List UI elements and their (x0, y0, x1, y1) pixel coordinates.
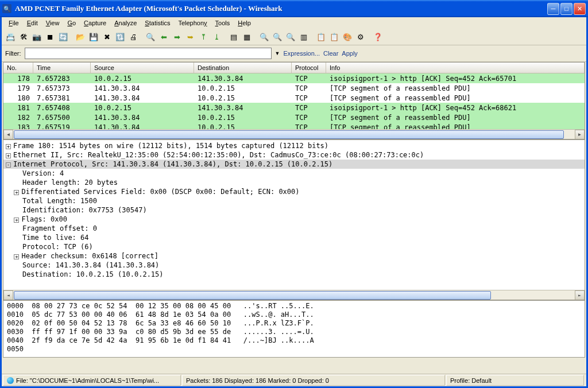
packet-row[interactable]: 1787.65728310.0.2.15141.30.3.84TCPisoips… (3, 73, 585, 83)
clear-button[interactable]: Clear (323, 50, 338, 57)
expression-button[interactable]: Expression... (283, 50, 320, 57)
detail-flags: Flags: 0x00 (21, 215, 67, 223)
packet-list-header: No. Time Source Destination Protocol Inf… (3, 63, 585, 73)
goto-first-icon[interactable]: ⤒ (197, 30, 210, 43)
packet-row[interactable]: 1817.65740810.0.2.15141.30.3.84TCPisoips… (3, 103, 585, 112)
col-time[interactable]: Time (33, 63, 91, 73)
zoom-in-icon[interactable]: 🔍 (258, 30, 270, 43)
coloring-rules-icon[interactable]: 🎨 (341, 30, 354, 43)
col-destination[interactable]: Destination (194, 63, 292, 73)
filter-bar: Filter: ▼ Expression... Clear Apply (2, 45, 586, 62)
back-icon[interactable]: ⬅ (157, 30, 170, 43)
detail-frame: Frame 180: 1514 bytes on wire (12112 bit… (13, 142, 328, 150)
prefs-icon[interactable]: ⚙ (354, 30, 367, 43)
packet-list-pane: No. Time Source Destination Protocol Inf… (3, 62, 585, 139)
maximize-button[interactable]: □ (560, 3, 572, 15)
start-capture-icon[interactable]: 📷 (30, 30, 43, 43)
menu-telephony[interactable]: Telephony (175, 18, 210, 28)
packet-row[interactable]: 1827.657500141.30.3.8410.0.2.15TCP[TCP s… (3, 112, 585, 122)
scroll-right-icon[interactable]: ► (575, 290, 585, 300)
col-no[interactable]: No. (3, 63, 33, 73)
hex-line: 0050 (7, 345, 581, 354)
window-title: AMD PCNET Family Ethernet Adapter (Micro… (15, 4, 547, 13)
status-icon (7, 377, 14, 384)
display-filters-icon[interactable]: 📋 (328, 30, 341, 43)
goto-icon[interactable]: ➥ (184, 30, 196, 43)
hex-line: 0000 08 00 27 73 ce 0c 52 54 00 12 35 00… (7, 302, 581, 311)
detail-src: Source: 141.30.3.84 (141.30.3.84) (22, 261, 159, 269)
apply-button[interactable]: Apply (342, 50, 358, 57)
expander-icon[interactable]: + (6, 153, 11, 158)
goto-last-icon[interactable]: ⤓ (210, 30, 223, 43)
detail-ip: Internet Protocol, Src: 141.30.3.84 (141… (13, 160, 332, 168)
packet-row[interactable]: 1797.657373141.30.3.8410.0.2.15TCP[TCP s… (3, 83, 585, 93)
zoom-out-icon[interactable]: 🔍 (271, 30, 284, 43)
help-icon[interactable]: ❓ (372, 30, 384, 43)
packet-bytes-pane[interactable]: 0000 08 00 27 73 ce 0c 52 54 00 12 35 00… (3, 300, 585, 358)
detail-ident: Identification: 0x7753 (30547) (22, 206, 147, 214)
detail-ttl: Time to live: 64 (22, 234, 89, 242)
packet-row[interactable]: 1837.657519141.30.3.8410.0.2.15TCP[TCP s… (3, 122, 585, 129)
status-profile: Profile: Default (446, 375, 584, 386)
save-icon[interactable]: 💾 (87, 30, 100, 43)
detail-dst: Destination: 10.0.2.15 (10.0.2.15) (22, 270, 164, 278)
filter-input[interactable] (25, 48, 272, 59)
open-icon[interactable]: 📂 (74, 30, 87, 43)
menu-capture[interactable]: Capture (80, 18, 110, 28)
toolbar: 📇 🛠 📷 ⏹ 🔄 📂 💾 ✖ 🔃 🖨 🔍 ⬅ ➡ ➥ ⤒ ⤓ ▤ ▦ 🔍 🔍 … (2, 29, 586, 45)
autoscroll-icon[interactable]: ▦ (241, 30, 253, 43)
packet-row[interactable]: 1807.657381141.30.3.8410.0.2.15TCP[TCP s… (3, 93, 585, 103)
menu-help[interactable]: Help (234, 18, 254, 28)
details-scrollbar[interactable]: ◄ ► (3, 290, 585, 300)
menu-view[interactable]: View (42, 18, 63, 28)
filter-label: Filter: (5, 50, 21, 57)
packet-details-pane[interactable]: +Frame 180: 1514 bytes on wire (12112 bi… (3, 139, 585, 300)
hex-line: 0040 2f f9 da ce 7e 5d 42 4a 91 95 6b 1e… (7, 336, 581, 345)
capture-filters-icon[interactable]: 📋 (315, 30, 327, 43)
hex-line: 0030 ff ff 97 1f 00 00 33 9a c0 80 d5 9b… (7, 328, 581, 336)
zoom-reset-icon[interactable]: 🔍 (284, 30, 297, 43)
packet-list-scrollbar[interactable]: ◄ ► (3, 129, 585, 139)
status-packets: Packets: 186 Displayed: 186 Marked: 0 Dr… (182, 375, 445, 386)
expander-icon[interactable]: + (14, 190, 19, 195)
expander-icon[interactable]: + (14, 218, 19, 223)
detail-dsf: Differentiated Services Field: 0x00 (DSC… (21, 188, 299, 196)
expander-icon[interactable]: + (14, 254, 19, 259)
detail-csum: Header checksum: 0x6148 [correct] (21, 252, 158, 260)
packet-list-body[interactable]: 1787.65728310.0.2.15141.30.3.84TCPisoips… (3, 73, 585, 129)
hex-line: 0010 05 dc 77 53 00 00 40 06 61 48 8d 1e… (7, 311, 581, 319)
close-button[interactable]: ✕ (574, 3, 586, 15)
expander-icon[interactable]: + (6, 144, 11, 149)
options-icon[interactable]: 🛠 (17, 30, 30, 43)
close-file-icon[interactable]: ✖ (100, 30, 113, 43)
resize-cols-icon[interactable]: ▥ (297, 30, 310, 43)
status-file: File: "C:\DOCUME~1\Admin\LOCALS~1\Temp\w… (3, 375, 181, 386)
menu-statistics[interactable]: Statistics (141, 18, 173, 28)
colorize-icon[interactable]: ▤ (227, 30, 240, 43)
scroll-left-icon[interactable]: ◄ (3, 130, 13, 139)
scroll-right-icon[interactable]: ► (575, 130, 585, 139)
col-source[interactable]: Source (91, 63, 194, 73)
menu-tools[interactable]: Tools (212, 18, 234, 28)
interfaces-icon[interactable]: 📇 (4, 30, 17, 43)
stop-capture-icon[interactable]: ⏹ (44, 30, 56, 43)
menu-analyze[interactable]: Analyze (111, 18, 140, 28)
menu-file[interactable]: File (5, 18, 22, 28)
forward-icon[interactable]: ➡ (171, 30, 183, 43)
menu-edit[interactable]: Edit (24, 18, 41, 28)
app-icon: 🔍 (2, 4, 11, 13)
restart-capture-icon[interactable]: 🔄 (57, 30, 69, 43)
detail-hlen: Header length: 20 bytes (22, 179, 118, 187)
detail-version: Version: 4 (22, 169, 64, 177)
collapse-icon[interactable]: - (6, 162, 11, 168)
scroll-left-icon[interactable]: ◄ (3, 290, 13, 300)
menu-go[interactable]: Go (64, 18, 79, 28)
find-icon[interactable]: 🔍 (144, 30, 157, 43)
minimize-button[interactable]: ─ (547, 3, 559, 15)
detail-ethernet: Ethernet II, Src: RealtekU_12:35:00 (52:… (13, 151, 424, 159)
dropdown-icon[interactable]: ▼ (275, 51, 280, 56)
col-protocol[interactable]: Protocol (292, 63, 326, 73)
reload-icon[interactable]: 🔃 (114, 30, 126, 43)
col-info[interactable]: Info (326, 63, 585, 73)
print-icon[interactable]: 🖨 (127, 30, 140, 43)
